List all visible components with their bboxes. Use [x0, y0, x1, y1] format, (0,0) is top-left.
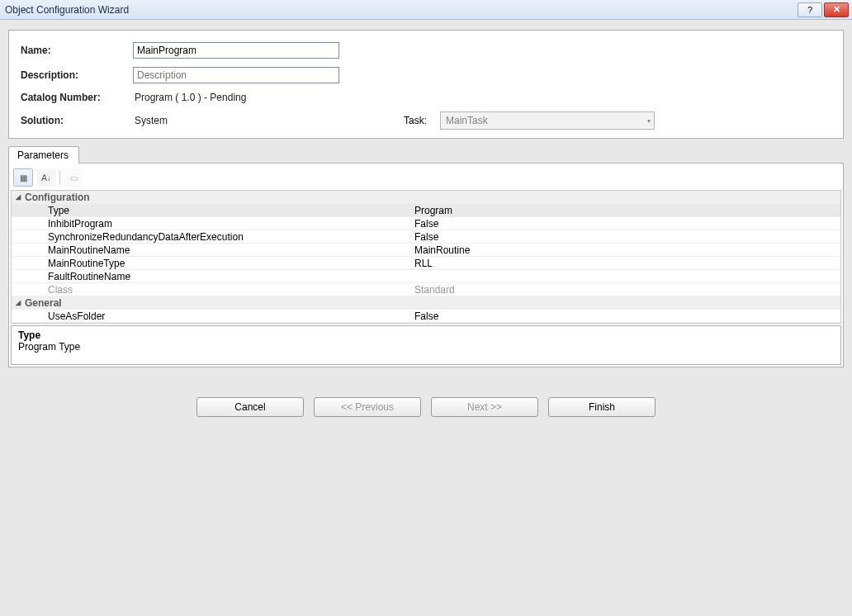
property-help-panel: Type Program Type: [11, 325, 841, 365]
collapse-icon: ◢: [12, 296, 25, 309]
titlebar: Object Configuration Wizard ? ✕: [0, 0, 852, 20]
categorized-view-button[interactable]: ▦: [13, 168, 33, 187]
chevron-down-icon: ▾: [647, 117, 651, 125]
next-button[interactable]: Next >>: [431, 397, 538, 417]
task-combobox[interactable]: MainTask ▾: [440, 111, 655, 130]
property-row[interactable]: UseAsFolderFalse: [12, 310, 840, 323]
property-group[interactable]: ◢General: [12, 296, 840, 310]
property-row[interactable]: ClassStandard: [12, 283, 840, 296]
task-label: Task:: [353, 115, 435, 126]
cancel-button[interactable]: Cancel: [196, 397, 304, 417]
help-button[interactable]: ?: [798, 2, 822, 17]
form-panel: Name: Description: Catalog Number: Progr…: [8, 30, 844, 139]
help-title: Type: [18, 329, 834, 341]
finish-button[interactable]: Finish: [548, 397, 656, 417]
property-value[interactable]: False: [413, 230, 840, 243]
group-name: General: [25, 296, 413, 309]
sort-icon: A↓: [41, 173, 51, 182]
name-label: Name:: [21, 45, 128, 56]
content-area: Name: Description: Catalog Number: Progr…: [0, 20, 852, 616]
catalog-number-label: Catalog Number:: [21, 92, 128, 103]
property-value[interactable]: False: [413, 310, 840, 322]
property-name: UseAsFolder: [25, 310, 413, 322]
help-text: Program Type: [18, 341, 834, 353]
task-selected-value: MainTask: [446, 115, 488, 126]
titlebar-buttons: ? ✕: [798, 2, 849, 17]
description-input[interactable]: [133, 67, 339, 83]
toolbar-separator: [59, 170, 60, 185]
property-name: InhibitProgram: [25, 217, 413, 230]
collapse-icon: ◢: [12, 191, 25, 203]
property-name: MainRoutineName: [25, 244, 413, 256]
property-value[interactable]: RLL: [413, 257, 840, 269]
description-label: Description:: [21, 69, 128, 81]
property-name: MainRoutineType: [25, 257, 413, 269]
property-value[interactable]: MainRoutine: [413, 244, 840, 256]
tab-parameters[interactable]: Parameters: [8, 146, 79, 163]
property-value[interactable]: False: [413, 217, 840, 230]
property-pages-button[interactable]: ▭: [64, 168, 83, 187]
property-row[interactable]: MainRoutineTypeRLL: [12, 257, 840, 270]
property-row[interactable]: MainRoutineNameMainRoutine: [12, 244, 840, 257]
property-grid-toolbar: ▦ A↓ ▭: [11, 165, 841, 190]
previous-button[interactable]: << Previous: [314, 397, 421, 417]
group-name: Configuration: [25, 191, 413, 203]
property-row[interactable]: InhibitProgramFalse: [12, 217, 840, 230]
solution-label: Solution:: [21, 115, 128, 126]
property-row[interactable]: FaultRoutineName: [12, 270, 840, 283]
catalog-number-value: Program ( 1.0 ) - Pending: [133, 92, 348, 103]
solution-value: System: [133, 115, 348, 126]
alphabetical-view-button[interactable]: A↓: [36, 168, 56, 187]
property-name: Type: [25, 204, 413, 216]
property-name: FaultRoutineName: [25, 270, 413, 282]
property-grid[interactable]: ◢ConfigurationTypeProgramInhibitProgramF…: [11, 190, 841, 324]
categorized-icon: ▦: [20, 173, 27, 182]
window-title: Object Configuration Wizard: [5, 4, 798, 16]
wizard-buttons: Cancel << Previous Next >> Finish: [8, 367, 844, 442]
wizard-window: Object Configuration Wizard ? ✕ Name: De…: [0, 0, 852, 616]
name-input[interactable]: [133, 42, 339, 59]
pages-icon: ▭: [70, 173, 78, 182]
property-row[interactable]: SynchronizeRedundancyDataAfterExecutionF…: [12, 230, 840, 244]
property-name: SynchronizeRedundancyDataAfterExecution: [25, 230, 413, 243]
property-group[interactable]: ◢Configuration: [12, 191, 840, 204]
property-row[interactable]: TypeProgram: [12, 204, 840, 217]
property-value[interactable]: [413, 270, 840, 282]
parameters-panel: ▦ A↓ ▭ ◢ConfigurationTypeProgramInhibitP…: [8, 163, 844, 367]
close-button[interactable]: ✕: [824, 2, 849, 17]
property-name: Class: [25, 283, 413, 296]
tab-strip: Parameters: [8, 145, 844, 163]
property-value[interactable]: Program: [413, 204, 840, 216]
property-value[interactable]: Standard: [413, 283, 840, 296]
